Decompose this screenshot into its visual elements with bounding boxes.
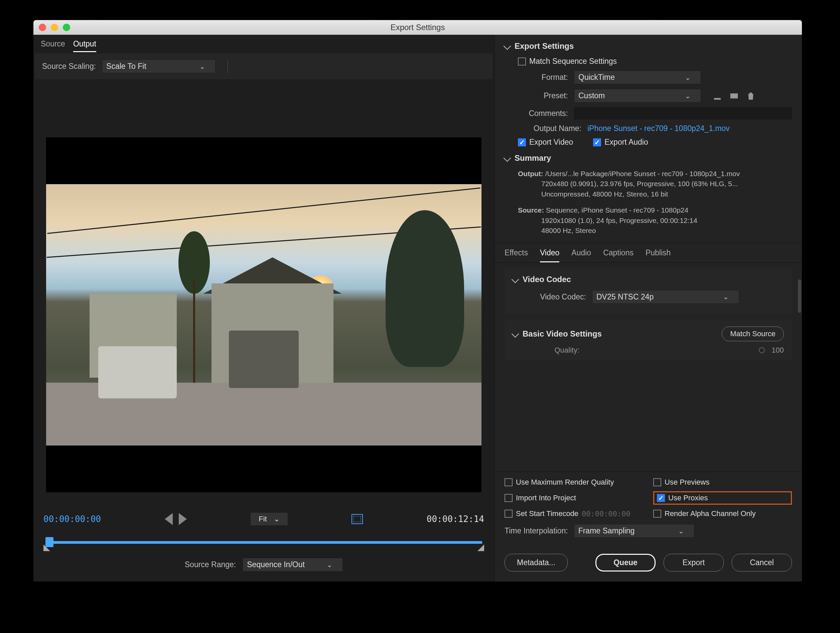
- video-codec-label: Video Codec:: [526, 293, 586, 301]
- export-subtabs: Effects Video Audio Captions Publish: [494, 243, 802, 263]
- export-video-checkbox[interactable]: [518, 138, 526, 146]
- basic-video-header[interactable]: Basic Video Settings: [513, 329, 602, 339]
- time-interpolation-dropdown[interactable]: Frame Sampling: [574, 524, 694, 538]
- out-point-icon[interactable]: [477, 544, 484, 551]
- use-proxies-highlight: Use Proxies: [653, 491, 792, 505]
- render-alpha-checkbox[interactable]: [653, 510, 661, 518]
- preset-label: Preset:: [518, 91, 568, 100]
- export-audio-label: Export Audio: [605, 138, 648, 147]
- tab-output[interactable]: Output: [73, 40, 96, 52]
- preview-viewport: [46, 138, 482, 492]
- maximize-icon[interactable]: [63, 24, 70, 31]
- footer-buttons: Metadata... Queue Export Cancel: [494, 544, 802, 582]
- tab-effects[interactable]: Effects: [505, 248, 528, 263]
- set-start-checkbox[interactable]: [505, 510, 513, 518]
- max-quality-label: Use Maximum Render Quality: [516, 478, 614, 487]
- match-sequence-label: Match Sequence Settings: [529, 57, 617, 66]
- video-codec-header[interactable]: Video Codec: [513, 275, 784, 284]
- save-preset-icon[interactable]: [712, 91, 722, 101]
- tab-video[interactable]: Video: [540, 248, 559, 263]
- window-controls: [39, 24, 70, 31]
- transport-controls: 00:00:00:00 Fit 00:00:12:14 Sou: [33, 502, 494, 582]
- summary-output: Output: /Users/...le Package/iPhone Suns…: [518, 169, 792, 199]
- safe-margins-icon[interactable]: [352, 514, 363, 524]
- source-scaling-label: Source Scaling:: [42, 62, 96, 71]
- tab-captions[interactable]: Captions: [603, 248, 633, 263]
- use-previews-checkbox[interactable]: [653, 478, 661, 486]
- export-settings-window: Export Settings Source Output Source Sca…: [33, 20, 802, 582]
- chevron-down-icon: [504, 154, 511, 162]
- set-start-value: 00:00:00:00: [582, 510, 630, 518]
- tab-audio[interactable]: Audio: [572, 248, 591, 263]
- max-quality-checkbox[interactable]: [505, 478, 513, 486]
- chevron-down-icon: [512, 275, 519, 283]
- format-dropdown[interactable]: QuickTime: [574, 71, 701, 84]
- use-proxies-label: Use Proxies: [668, 494, 708, 502]
- use-proxies-checkbox[interactable]: [657, 494, 665, 502]
- chevron-down-icon: [504, 43, 511, 50]
- quality-label: Quality:: [526, 346, 579, 354]
- current-timecode[interactable]: 00:00:00:00: [43, 514, 101, 524]
- titlebar: Export Settings: [33, 20, 802, 35]
- video-codec-dropdown[interactable]: DV25 NTSC 24p: [592, 290, 739, 304]
- delete-preset-icon[interactable]: [746, 91, 756, 101]
- tab-publish[interactable]: Publish: [646, 248, 671, 263]
- use-previews-label: Use Previews: [665, 478, 709, 487]
- in-point-icon[interactable]: [43, 544, 50, 551]
- comments-input[interactable]: [574, 107, 792, 119]
- summary-header[interactable]: Summary: [505, 154, 792, 163]
- queue-button[interactable]: Queue: [595, 554, 655, 571]
- quality-radio-icon[interactable]: [759, 347, 765, 353]
- tab-source[interactable]: Source: [41, 40, 65, 52]
- time-interpolation-label: Time Interpolation:: [505, 526, 568, 535]
- output-name-link[interactable]: iPhone Sunset - rec709 - 1080p24_1.mov: [587, 124, 730, 133]
- duration-timecode: 00:00:12:14: [427, 514, 484, 524]
- quality-value: 100: [772, 346, 784, 354]
- comments-label: Comments:: [518, 109, 568, 118]
- scrub-bar[interactable]: [43, 532, 484, 551]
- output-name-label: Output Name:: [518, 124, 581, 133]
- divider: [227, 60, 228, 73]
- export-button[interactable]: Export: [663, 554, 724, 571]
- cancel-button[interactable]: Cancel: [732, 554, 792, 571]
- export-audio-checkbox[interactable]: [593, 138, 601, 146]
- step-forward-icon[interactable]: [179, 513, 187, 525]
- format-label: Format:: [518, 73, 568, 82]
- import-project-label: Import Into Project: [516, 494, 576, 502]
- minimize-icon[interactable]: [51, 24, 58, 31]
- close-icon[interactable]: [39, 24, 46, 31]
- chevron-down-icon: [512, 330, 519, 337]
- source-range-label: Source Range:: [185, 560, 236, 569]
- preview-panel: Source Output Source Scaling: Scale To F…: [33, 35, 494, 582]
- render-alpha-label: Render Alpha Channel Only: [665, 510, 756, 518]
- settings-panel: Export Settings Match Sequence Settings …: [494, 35, 802, 582]
- import-preset-icon[interactable]: [729, 91, 739, 101]
- import-project-checkbox[interactable]: [505, 494, 513, 502]
- source-range-dropdown[interactable]: Sequence In/Out: [243, 558, 343, 571]
- match-sequence-checkbox[interactable]: [518, 57, 526, 65]
- metadata-button[interactable]: Metadata...: [505, 554, 568, 571]
- export-video-label: Export Video: [529, 138, 573, 147]
- export-settings-header[interactable]: Export Settings: [505, 41, 792, 51]
- video-preview-image: [46, 184, 482, 446]
- source-scaling-dropdown[interactable]: Scale To Fit: [102, 60, 216, 73]
- preview-tabs: Source Output: [33, 35, 494, 52]
- zoom-fit-dropdown[interactable]: Fit: [250, 512, 288, 526]
- source-scaling-row: Source Scaling: Scale To Fit: [35, 54, 493, 79]
- set-start-label: Set Start Timecode: [516, 510, 578, 518]
- window-title: Export Settings: [391, 23, 445, 32]
- summary-source: Source: Sequence, iPhone Sunset - rec709…: [518, 205, 792, 236]
- footer-options: Use Maximum Render Quality Use Previews …: [494, 472, 802, 544]
- step-back-icon[interactable]: [165, 513, 173, 525]
- preset-dropdown[interactable]: Custom: [574, 89, 701, 103]
- match-source-button[interactable]: Match Source: [722, 326, 784, 341]
- scrollbar[interactable]: [798, 279, 801, 313]
